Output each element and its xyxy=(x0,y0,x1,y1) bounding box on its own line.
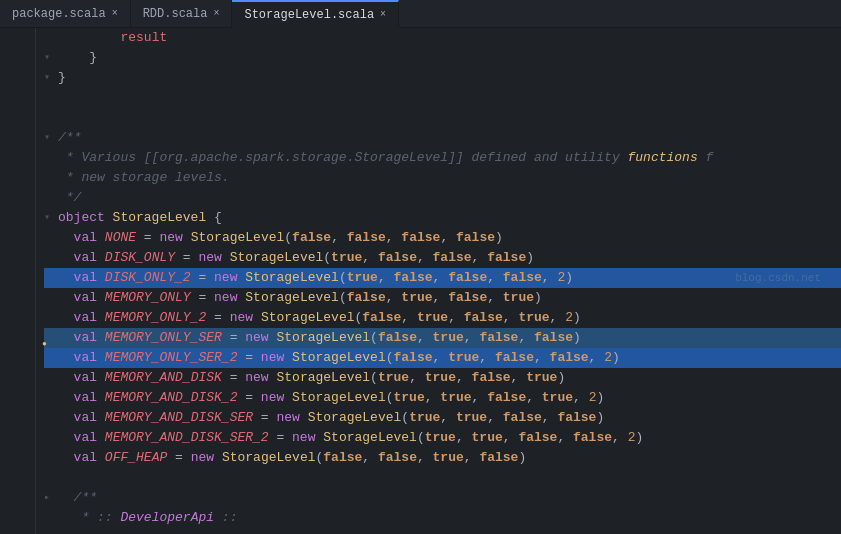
tab-package-scala[interactable]: package.scala × xyxy=(0,0,131,28)
fold-icon xyxy=(44,348,58,368)
code-line: val MEMORY_ONLY_SER_2 = new StorageLevel… xyxy=(44,348,841,368)
fold-icon xyxy=(44,268,58,288)
fold-icon xyxy=(44,508,58,528)
fold-icon xyxy=(44,188,58,208)
code-line: val OFF_HEAP = new StorageLevel(false, f… xyxy=(44,448,841,468)
code-line: ▾ } xyxy=(44,48,841,68)
editor: package.scala × RDD.scala × StorageLevel… xyxy=(0,0,841,534)
tab-storagelevel-scala[interactable]: StorageLevel.scala × xyxy=(232,0,399,28)
code-line: val MEMORY_AND_DISK_2 = new StorageLevel… xyxy=(44,388,841,408)
code-line: val NONE = new StorageLevel(false, false… xyxy=(44,228,841,248)
code-line: val MEMORY_AND_DISK_SER = new StorageLev… xyxy=(44,408,841,428)
fold-icon xyxy=(44,288,58,308)
tab-label: package.scala xyxy=(12,7,106,21)
code-line: * :: DeveloperApi :: xyxy=(44,508,841,528)
code-line: ▾ } xyxy=(44,68,841,88)
code-line: ▾ object StorageLevel { xyxy=(44,208,841,228)
code-line: ● val MEMORY_ONLY_SER = new StorageLevel… xyxy=(44,328,841,348)
code-line: ▾ /** xyxy=(44,128,841,148)
fold-icon xyxy=(44,228,58,248)
code-line: val MEMORY_AND_DISK_SER_2 = new StorageL… xyxy=(44,428,841,448)
code-line xyxy=(44,468,841,488)
tab-rdd-scala[interactable]: RDD.scala × xyxy=(131,0,233,28)
code-line: val MEMORY_ONLY = new StorageLevel(false… xyxy=(44,288,841,308)
fold-icon xyxy=(44,168,58,188)
fold-icon: ▸ xyxy=(44,488,58,508)
close-icon[interactable]: × xyxy=(213,8,219,19)
fold-icon xyxy=(44,388,58,408)
code-line: * Various [[org.apache.spark.storage.Sto… xyxy=(44,148,841,168)
fold-icon xyxy=(44,448,58,468)
fold-icon: ▾ xyxy=(44,68,58,88)
code-line: result xyxy=(44,28,841,48)
code-line xyxy=(44,108,841,128)
line-numbers xyxy=(0,28,36,534)
code-line: val MEMORY_ONLY_2 = new StorageLevel(fal… xyxy=(44,308,841,328)
code-line: val MEMORY_AND_DISK = new StorageLevel(t… xyxy=(44,368,841,388)
fold-icon xyxy=(44,408,58,428)
code-content: result ▾ } ▾ } ▾ /** xyxy=(36,28,841,534)
tab-label: StorageLevel.scala xyxy=(244,8,374,22)
code-line xyxy=(44,88,841,108)
close-icon[interactable]: × xyxy=(380,9,386,20)
fold-icon xyxy=(44,148,58,168)
fold-icon xyxy=(44,308,58,328)
code-line: ▸ /** xyxy=(44,488,841,508)
fold-icon: ▾ xyxy=(44,208,58,228)
fold-icon xyxy=(44,428,58,448)
code-line: * new storage levels. xyxy=(44,168,841,188)
code-area: result ▾ } ▾ } ▾ /** xyxy=(0,28,841,534)
tab-label: RDD.scala xyxy=(143,7,208,21)
code-line: val DISK_ONLY = new StorageLevel(true, f… xyxy=(44,248,841,268)
code-line: */ xyxy=(44,188,841,208)
fold-icon xyxy=(44,28,58,48)
fold-icon: ▾ xyxy=(44,48,58,68)
code-line: val DISK_ONLY_2 = new StorageLevel(true,… xyxy=(44,268,841,288)
fold-icon xyxy=(44,248,58,268)
close-icon[interactable]: × xyxy=(112,8,118,19)
fold-icon: ▾ xyxy=(44,128,58,148)
fold-icon xyxy=(44,368,58,388)
tab-bar: package.scala × RDD.scala × StorageLevel… xyxy=(0,0,841,28)
